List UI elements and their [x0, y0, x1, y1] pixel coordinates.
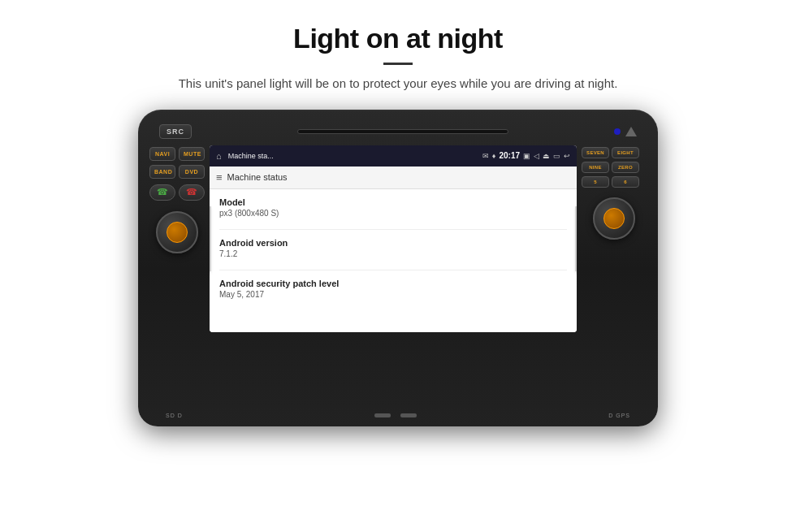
left-knob-area	[149, 211, 205, 253]
security-label: Android security patch level	[219, 279, 567, 288]
btn-6[interactable]: 6	[612, 176, 639, 188]
band-dvd-row: BAND DVD	[149, 165, 205, 179]
navi-mute-row: NAVI MUTE	[149, 147, 205, 161]
info-item-model: Model px3 (800x480 S)	[219, 197, 567, 218]
android-ui: ⌂ Machine sta... ✉ ♦ 20:17 ▣ ◁ ⏏ ▭ ↩	[210, 145, 577, 332]
white-tab-left	[210, 206, 211, 271]
right-knob-area	[582, 197, 647, 240]
connector-1	[374, 413, 391, 417]
model-value: px3 (800x480 S)	[219, 209, 567, 218]
top-right-buttons	[614, 127, 637, 136]
cd-slot	[297, 129, 508, 134]
dvd-button[interactable]: DVD	[179, 165, 205, 179]
stereo-main: NAVI MUTE BAND DVD ☎ ☎	[149, 145, 647, 409]
band-button[interactable]: BAND	[149, 165, 175, 179]
info-item-android-version: Android version 7.1.2	[219, 238, 567, 258]
extra-btn-row: 5 6	[582, 176, 647, 188]
zero-button[interactable]: ZERO	[612, 162, 639, 173]
left-knob[interactable]	[156, 211, 198, 253]
mute-button[interactable]: MUTE	[179, 147, 205, 161]
divider-2	[219, 270, 567, 270]
call-accept-button[interactable]: ☎	[149, 184, 175, 201]
android-toolbar: ≡ Machine status	[210, 167, 577, 189]
car-stereo: SRC NAVI MUTE BAND DVD ☎	[138, 110, 658, 426]
right-panel: SEVEN EIGHT NINE ZERO 5 6	[582, 145, 647, 240]
eject-icon: ⏏	[543, 152, 550, 160]
call-end-button[interactable]: ☎	[179, 184, 205, 201]
android-version-value: 7.1.2	[219, 249, 567, 258]
connector-2	[400, 413, 417, 417]
location-icon: ♦	[492, 152, 496, 160]
bottom-connectors	[374, 413, 417, 417]
android-version-label: Android version	[219, 238, 567, 248]
toolbar-title: Machine status	[227, 172, 288, 182]
right-knob[interactable]	[593, 197, 635, 240]
page-subtitle: This unit's panel light will be on to pr…	[32, 75, 764, 93]
android-statusbar: ⌂ Machine sta... ✉ ♦ 20:17 ▣ ◁ ⏏ ▭ ↩	[210, 145, 577, 167]
white-tab-right	[575, 206, 577, 271]
status-icons: ✉ ♦ 20:17 ▣ ◁ ⏏ ▭ ↩	[482, 151, 570, 160]
security-value: May 5, 2017	[219, 290, 567, 299]
back-icon: ↩	[564, 152, 570, 160]
menu-icon[interactable]: ≡	[216, 171, 223, 184]
sd-label: SD D	[166, 413, 183, 418]
status-app-name: Machine sta...	[228, 152, 479, 160]
home-icon[interactable]: ⌂	[216, 151, 222, 161]
title-divider	[383, 63, 413, 65]
left-panel: NAVI MUTE BAND DVD ☎ ☎	[149, 145, 205, 253]
vol-icon: ◁	[534, 152, 539, 160]
phone-buttons: ☎ ☎	[149, 184, 205, 201]
device-wrapper: SRC NAVI MUTE BAND DVD ☎	[138, 110, 658, 426]
screen-icon: ▭	[553, 152, 560, 160]
btn-5[interactable]: 5	[582, 176, 609, 188]
divider-1	[219, 229, 567, 230]
model-label: Model	[219, 197, 567, 207]
nine-button[interactable]: NINE	[582, 162, 609, 173]
info-item-security: Android security patch level May 5, 2017	[219, 279, 567, 299]
android-content: Model px3 (800x480 S) Android version 7.…	[210, 189, 577, 332]
eject-button[interactable]	[625, 127, 637, 136]
indicator-dot	[614, 128, 621, 135]
page-title: Light on at night	[32, 23, 764, 54]
photo-icon: ▣	[523, 152, 530, 160]
nine-zero-row: NINE ZERO	[582, 162, 647, 173]
stereo-bottom: SD D D GPS	[149, 409, 647, 418]
right-knob-inner	[603, 208, 625, 229]
knob-inner	[167, 222, 188, 243]
gps-label: D GPS	[608, 413, 630, 418]
stereo-top-bar: SRC	[149, 121, 647, 142]
eight-button[interactable]: EIGHT	[612, 147, 639, 158]
navi-button[interactable]: NAVI	[149, 147, 175, 161]
seven-eight-row: SEVEN EIGHT	[582, 147, 647, 158]
seven-button[interactable]: SEVEN	[582, 147, 609, 158]
screen-area: ⌂ Machine sta... ✉ ♦ 20:17 ▣ ◁ ⏏ ▭ ↩	[210, 145, 577, 332]
page-header: Light on at night This unit's panel ligh…	[0, 0, 796, 102]
src-button[interactable]: SRC	[159, 124, 192, 139]
message-icon: ✉	[482, 152, 489, 160]
status-time: 20:17	[499, 151, 520, 160]
